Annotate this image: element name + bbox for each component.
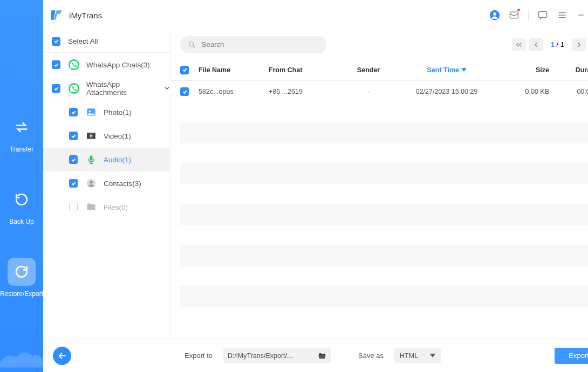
empty-rows (170, 122, 588, 307)
rail-cloud-decoration (0, 340, 43, 372)
rail-transfer-label: Transfer (10, 146, 33, 153)
rail-backup-label: Back Up (9, 218, 33, 225)
search-box[interactable] (180, 36, 327, 53)
whatsapp-icon (68, 82, 80, 94)
select-all-label: Select All (68, 37, 98, 45)
cell-sender: - (339, 88, 398, 95)
search-input[interactable] (202, 40, 319, 49)
row-checkbox[interactable] (180, 87, 189, 96)
table-header: File Name From Chat Sender Sent Time Siz… (170, 59, 588, 81)
microphone-icon (85, 154, 97, 166)
restore-icon (8, 258, 36, 286)
cell-from-chat: +86 ...2619 (269, 88, 339, 95)
pager-current: 1 (551, 40, 555, 49)
svg-rect-18 (90, 156, 93, 161)
th-size[interactable]: Size (495, 66, 549, 74)
chevron-down-icon (430, 354, 435, 358)
checkbox[interactable] (69, 155, 78, 164)
th-sender[interactable]: Sender (339, 66, 398, 74)
export-button[interactable]: Export (555, 348, 588, 364)
checkbox[interactable] (52, 60, 60, 69)
chevron-down-icon (164, 85, 170, 93)
sidebar-item-attachments[interactable]: WhatsApp Attachments (43, 77, 170, 100)
checkbox[interactable] (69, 179, 78, 188)
sidebar-item-label: Video(1) (104, 132, 131, 140)
sidebar-item-chats[interactable]: WhatsApp Chats(3) (43, 53, 170, 77)
inbox-icon[interactable] (509, 10, 519, 20)
checkbox[interactable] (52, 84, 60, 93)
th-sent-time[interactable]: Sent Time (398, 66, 495, 74)
pager-total: 1 (560, 40, 564, 49)
content: 1 / 1 File Name From Chat (170, 30, 588, 339)
pager-prev[interactable] (529, 38, 543, 51)
th-from-chat[interactable]: From Chat (269, 66, 339, 74)
checkbox[interactable] (69, 132, 78, 140)
back-button[interactable] (53, 347, 71, 365)
cell-size: 0.00 KB (495, 88, 549, 95)
svg-marker-25 (461, 68, 467, 72)
photo-icon (85, 106, 97, 118)
left-rail: Transfer Back Up Restore/Export (0, 0, 43, 372)
sidebar-item-label: WhatsApp Chats(3) (86, 61, 150, 69)
cell-file-name: 582c...opus (199, 88, 269, 95)
file-table: File Name From Chat Sender Sent Time Siz… (170, 59, 588, 339)
search-icon (188, 40, 196, 49)
sidebar: Select All WhatsApp Chats(3) WhatsApp At… (43, 30, 170, 339)
sort-desc-icon (461, 68, 467, 72)
svg-point-13 (89, 111, 91, 112)
sidebar-item-audio[interactable]: Audio(1) (43, 148, 170, 171)
export-path-box[interactable]: D:/iMyTrans/Export/... (223, 348, 331, 363)
folder-icon (85, 201, 97, 213)
save-as-select[interactable]: HTML (394, 348, 441, 363)
cell-duration: 00:00:02 (549, 88, 588, 95)
folder-open-icon[interactable] (317, 352, 327, 360)
app-name: iMyTrans (69, 11, 102, 20)
title-divider (528, 10, 529, 20)
select-all-row[interactable]: Select All (43, 30, 170, 53)
svg-rect-16 (94, 133, 95, 139)
app-logo: iMyTrans (50, 8, 102, 22)
sidebar-item-files[interactable]: Files(0) (43, 195, 170, 219)
pager-next[interactable] (572, 38, 586, 51)
contact-icon (85, 177, 97, 189)
whatsapp-icon (68, 59, 80, 71)
toolbar: 1 / 1 (170, 30, 588, 59)
sidebar-item-label: Files(0) (104, 203, 128, 211)
save-as-value: HTML (400, 352, 418, 360)
sidebar-item-photo[interactable]: Photo(1) (43, 100, 170, 124)
account-icon[interactable] (489, 10, 500, 20)
video-icon (85, 130, 97, 142)
export-path: D:/iMyTrans/Export/... (228, 352, 313, 360)
rail-restore[interactable]: Restore/Export (0, 258, 43, 298)
sidebar-item-label: Photo(1) (104, 108, 132, 116)
select-all-rows-checkbox[interactable] (180, 66, 189, 74)
menu-icon[interactable] (557, 10, 568, 20)
sidebar-item-video[interactable]: Video(1) (43, 124, 170, 148)
backup-icon (8, 185, 36, 213)
th-file-name[interactable]: File Name (199, 66, 269, 74)
rail-transfer[interactable]: Transfer (8, 113, 36, 153)
table-row[interactable]: 582c...opus +86 ...2619 - 02/27/2023 15:… (170, 81, 588, 102)
rail-restore-label: Restore/Export (0, 290, 43, 298)
sidebar-item-label: Contacts(3) (104, 180, 141, 188)
pager: 1 / 1 (512, 38, 588, 51)
svg-point-23 (189, 42, 194, 46)
pager-first[interactable] (512, 38, 526, 51)
pager-page: 1 / 1 (551, 40, 564, 49)
svg-rect-15 (87, 133, 89, 139)
export-to-label: Export to (184, 352, 213, 360)
rail-backup[interactable]: Back Up (8, 185, 36, 225)
transfer-icon (8, 113, 36, 141)
svg-rect-3 (539, 11, 547, 17)
logo-icon (50, 8, 64, 22)
sidebar-item-label: WhatsApp Attachments (86, 80, 161, 97)
select-all-checkbox[interactable] (52, 37, 60, 46)
svg-rect-2 (510, 12, 518, 18)
checkbox[interactable] (69, 108, 78, 116)
footer: Export to D:/iMyTrans/Export/... Save as… (43, 339, 588, 372)
minimize-button[interactable] (576, 10, 586, 20)
feedback-icon[interactable] (537, 10, 548, 20)
checkbox[interactable] (69, 203, 78, 211)
th-duration[interactable]: Duration (549, 66, 588, 74)
sidebar-item-contacts[interactable]: Contacts(3) (43, 171, 170, 195)
